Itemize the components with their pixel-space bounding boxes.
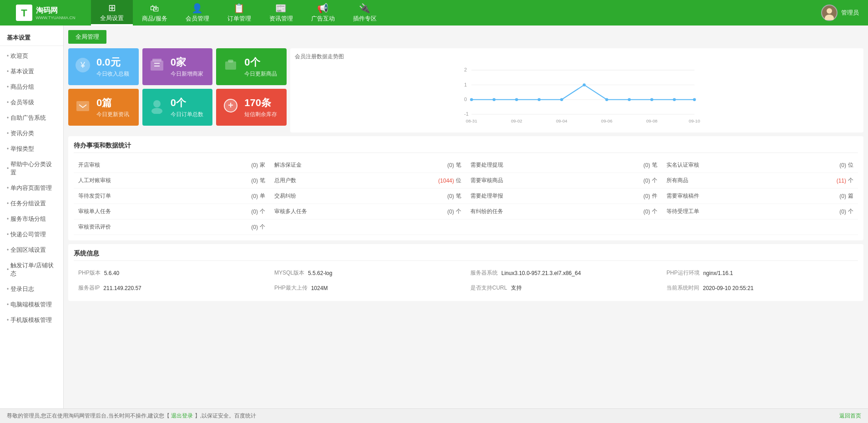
sidebar-item-service-market[interactable]: 服务市场分组 bbox=[0, 211, 63, 227]
svg-rect-13 bbox=[76, 101, 89, 111]
sidebar-item-ad-system[interactable]: 自助广告系统 bbox=[0, 110, 63, 126]
svg-text:09-08: 09-08 bbox=[646, 118, 657, 123]
todo-dispute: 交易纠纷 (0) 笔 bbox=[270, 189, 466, 204]
svg-text:08-31: 08-31 bbox=[466, 118, 477, 123]
todo-unfreeze: 解冻保证金 (0) 笔 bbox=[270, 158, 466, 173]
nav-item-global[interactable]: ⊞ 全局设置 bbox=[91, 0, 133, 25]
logout-link[interactable]: 退出登录 bbox=[171, 413, 193, 419]
footer-text: 尊敬的管理员,您正在使用淘码网管理后台,当长时间不操作,建议您【 退出登录 】,… bbox=[7, 412, 256, 420]
svg-rect-8 bbox=[152, 59, 161, 61]
dashboard-top: ¥ 0.0元 今日收入总额 0家 今日新增商家 bbox=[68, 48, 863, 133]
svg-rect-11 bbox=[225, 61, 236, 70]
stat-revenue: ¥ 0.0元 今日收入总额 bbox=[68, 48, 139, 85]
nav-item-members[interactable]: 👤 会员管理 bbox=[177, 0, 218, 25]
nav-item-ads[interactable]: 📢 广告互动 bbox=[302, 0, 344, 25]
sidebar-item-mobile-tpl[interactable]: 手机版模板管理 bbox=[0, 312, 63, 328]
logo-name: 淘码网 bbox=[36, 6, 76, 15]
sysinfo-max-upload: PHP最大上传 1024M bbox=[270, 280, 466, 296]
new-products-icon bbox=[222, 57, 239, 77]
sms-stock-value: 170条 bbox=[244, 96, 277, 110]
sidebar-item-help-cat[interactable]: 帮助中心分类设置 bbox=[0, 157, 63, 180]
layout: 基本设置 欢迎页 基本设置 商品分组 会员等级 自助广告系统 资讯分类 举报类型… bbox=[0, 25, 868, 408]
todo-placeholder bbox=[270, 219, 466, 235]
svg-point-33 bbox=[628, 98, 631, 101]
chart-area: 会员注册数据走势图 2 1 0 -1 bbox=[290, 48, 863, 133]
tab-global-mgmt[interactable]: 全局管理 bbox=[68, 30, 106, 44]
nav-item-info[interactable]: 📰 资讯管理 bbox=[260, 0, 302, 25]
sidebar-item-report-type[interactable]: 举报类型 bbox=[0, 141, 63, 157]
svg-point-27 bbox=[493, 98, 495, 101]
revenue-value: 0.0元 bbox=[96, 56, 129, 69]
user-area: 管理员 bbox=[821, 5, 868, 21]
chart-title: 会员注册数据走势图 bbox=[295, 53, 859, 61]
nav-item-products[interactable]: 🛍 商品/服务 bbox=[133, 0, 177, 25]
plugins-icon: 🔌 bbox=[359, 3, 370, 14]
stat-sms-stock: + 170条 短信剩余库存 bbox=[216, 89, 287, 126]
sysinfo-section: 系统信息 PHP版本 5.6.40 MYSQL版本 5.5.62-log 服务器… bbox=[68, 244, 863, 301]
avatar bbox=[821, 5, 838, 21]
todo-account-audit: 人工对账审核 (0) 笔 bbox=[74, 173, 270, 189]
sidebar-item-regions[interactable]: 全国区域设置 bbox=[0, 242, 63, 258]
new-products-label: 今日更新商品 bbox=[244, 70, 277, 78]
sysinfo-php-version: PHP版本 5.6.40 bbox=[74, 265, 270, 280]
todo-news-review: 审核资讯评价 (0) 个 bbox=[74, 219, 270, 235]
sidebar-item-product-cat[interactable]: 商品分组 bbox=[0, 79, 63, 95]
todo-audit-products: 需要审核商品 (0) 个 bbox=[466, 173, 662, 189]
sysinfo-title: 系统信息 bbox=[74, 250, 858, 261]
sidebar-item-welcome[interactable]: 欢迎页 bbox=[0, 48, 63, 64]
sysinfo-server-os: 服务器系统 Linux3.10.0-957.21.3.el7.x86_64 bbox=[466, 265, 662, 280]
sms-stock-label: 短信剩余库存 bbox=[244, 111, 277, 118]
tabs: 全局管理 bbox=[68, 30, 863, 44]
svg-text:0: 0 bbox=[464, 97, 467, 102]
todo-pending-ship: 等待发货订单 (0) 单 bbox=[74, 189, 270, 204]
revenue-label: 今日收入总额 bbox=[96, 70, 129, 78]
stat-new-products: 0个 今日更新商品 bbox=[216, 48, 287, 85]
svg-text:09-10: 09-10 bbox=[689, 118, 700, 123]
sidebar-item-task-sub[interactable]: 任务分组设置 bbox=[0, 196, 63, 211]
sysinfo-current-time: 当前系统时间 2020-09-10 20:55:21 bbox=[662, 280, 858, 296]
svg-point-3 bbox=[827, 8, 832, 14]
todo-single-task: 审核单人任务 (0) 个 bbox=[74, 204, 270, 219]
orders-today-label: 今日订单总数 bbox=[171, 111, 203, 118]
nav-item-plugins[interactable]: 🔌 插件专区 bbox=[344, 0, 386, 25]
sidebar-item-basic[interactable]: 基本设置 bbox=[0, 64, 63, 79]
sidebar-item-page-mgr[interactable]: 单内容页面管理 bbox=[0, 180, 63, 196]
svg-point-36 bbox=[693, 98, 696, 101]
stats-row-2: 0篇 今日更新资讯 0个 今日订单总数 bbox=[68, 89, 287, 126]
nav-item-orders[interactable]: 📋 订单管理 bbox=[218, 0, 260, 25]
sysinfo-server-ip: 服务器IP 211.149.220.57 bbox=[74, 280, 270, 296]
back-top-link[interactable]: 返回首页 bbox=[839, 412, 861, 420]
svg-point-32 bbox=[605, 98, 608, 101]
svg-point-34 bbox=[651, 98, 653, 101]
sysinfo-mysql-version: MYSQL版本 5.5.62-log bbox=[270, 265, 466, 280]
stat-new-shops: 0家 今日新增商家 bbox=[142, 48, 213, 85]
logo-sub: WWW.TYUANMA.CN bbox=[36, 15, 76, 20]
revenue-icon: ¥ bbox=[75, 57, 91, 77]
sidebar-item-pc-tpl[interactable]: 电脑端模板管理 bbox=[0, 297, 63, 312]
sidebar-item-member-level[interactable]: 会员等级 bbox=[0, 95, 63, 110]
header: T 淘码网 WWW.TYUANMA.CN ⊞ 全局设置 🛍 商品/服务 👤 会员… bbox=[0, 0, 868, 25]
new-shops-label: 今日新增商家 bbox=[171, 70, 203, 78]
sidebar-item-trigger[interactable]: 触发订单/店铺状态 bbox=[0, 258, 63, 281]
sidebar: 基本设置 欢迎页 基本设置 商品分组 会员等级 自助广告系统 资讯分类 举报类型… bbox=[0, 25, 64, 408]
stat-new-news: 0篇 今日更新资讯 bbox=[68, 89, 139, 126]
svg-text:¥: ¥ bbox=[80, 61, 86, 70]
todo-disputed-task: 有纠纷的任务 (0) 个 bbox=[466, 204, 662, 219]
stats-row-1: ¥ 0.0元 今日收入总额 0家 今日新增商家 bbox=[68, 48, 287, 85]
members-icon: 👤 bbox=[192, 3, 203, 14]
sidebar-item-info-cat[interactable]: 资讯分类 bbox=[0, 126, 63, 141]
svg-rect-12 bbox=[228, 60, 233, 62]
svg-text:2: 2 bbox=[464, 67, 467, 72]
sysinfo-php-env: PHP运行环境 nginx/1.16.1 bbox=[662, 265, 858, 280]
sidebar-item-express[interactable]: 快递公司管理 bbox=[0, 227, 63, 242]
todo-realname: 实名认证审核 (0) 位 bbox=[662, 158, 858, 173]
global-icon: ⊞ bbox=[108, 2, 116, 13]
todo-open-shop: 开店审核 (0) 家 bbox=[74, 158, 270, 173]
svg-text:09-04: 09-04 bbox=[556, 118, 567, 123]
sysinfo-curl: 是否支持CURL 支持 bbox=[466, 280, 662, 296]
svg-text:-1: -1 bbox=[464, 111, 469, 117]
logo-area: T 淘码网 WWW.TYUANMA.CN bbox=[0, 0, 91, 25]
sidebar-item-login-log[interactable]: 登录日志 bbox=[0, 281, 63, 297]
products-icon: 🛍 bbox=[150, 3, 159, 14]
new-news-value: 0篇 bbox=[96, 96, 129, 110]
